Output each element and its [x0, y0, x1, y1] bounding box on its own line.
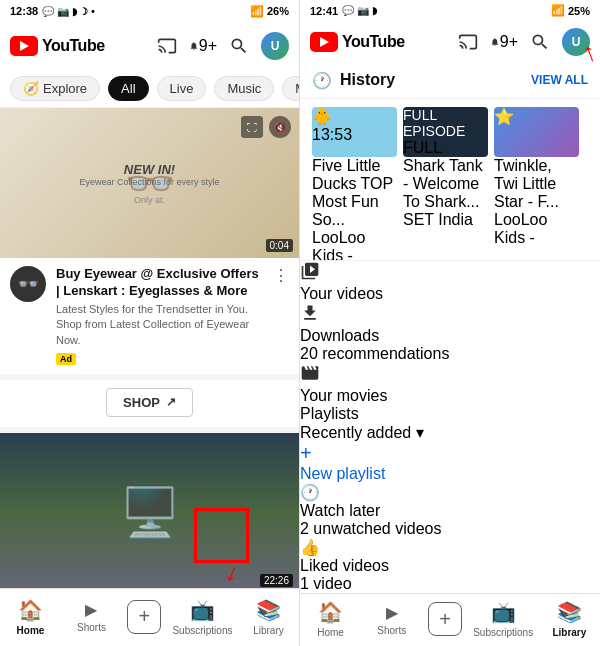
library-label: Library [253, 625, 284, 636]
second-video-duration: 22:26 [260, 574, 293, 587]
history-thumb-1[interactable]: 🐥 13:53 [312, 107, 397, 157]
right-nav-library[interactable]: 📚 Library [544, 600, 594, 638]
ad-sub-text: Eyewear Collections for every style [79, 177, 219, 187]
new-playlist-title: New playlist [300, 465, 600, 483]
recently-added-label: Recently added [300, 424, 411, 441]
ad-new-in: NEW IN! [79, 162, 219, 177]
left-nav-home[interactable]: 🏠 Home [5, 598, 55, 636]
right-notif-badge: 9+ [500, 33, 518, 51]
ad-avatar: 👓 [10, 266, 46, 302]
red-circle-annotation [194, 508, 249, 563]
library-icon: 📚 [256, 598, 281, 622]
right-home-label: Home [317, 627, 344, 638]
left-yt-icon [10, 36, 38, 56]
right-subscriptions-icon: 📺 [491, 600, 516, 624]
right-nav-shorts[interactable]: ▶ Shorts [367, 603, 417, 636]
chip-explore[interactable]: 🧭 Explore [10, 76, 100, 101]
history-thumbnails[interactable]: 🐥 13:53 Five Little Ducks TOP Most Fun S… [300, 99, 600, 261]
ad-card: 👓 Buy Eyewear @ Exclusive Offers | Lensk… [0, 258, 299, 380]
left-status-bar: 12:38 💬 📷 ◗ ☽ • 📶 26% [0, 0, 299, 22]
history-thumb-3[interactable]: ⭐ [494, 107, 579, 157]
left-youtube-logo: YouTube [10, 36, 105, 56]
left-nav-shorts[interactable]: ▶ Shorts [66, 600, 116, 633]
left-panel: 12:38 💬 📷 ◗ ☽ • 📶 26% YouTube 9+ [0, 0, 300, 646]
left-notif-icons: 💬 📷 ◗ ☽ • [42, 6, 95, 17]
second-video-content: 🖥️ [0, 433, 299, 588]
new-playlist-item[interactable]: + New playlist [300, 442, 600, 483]
left-nav-create[interactable]: + [127, 600, 161, 634]
search-button[interactable] [225, 32, 253, 60]
downloads-sub: 20 recommendations [300, 345, 600, 363]
right-bottom-nav: 🏠 Home ▶ Shorts + 📺 Subscriptions 📚 Libr… [300, 593, 600, 646]
left-video-feed[interactable]: NEW IN! Eyewear Collections for every st… [0, 108, 299, 588]
notifications-button[interactable]: 9+ [189, 32, 217, 60]
downloads-item[interactable]: Downloads 20 recommendations [300, 303, 600, 363]
video-thumbnail-image: 🖥️ [120, 485, 180, 541]
cast-button[interactable] [153, 32, 181, 60]
shorts-label: Shorts [77, 622, 106, 633]
ad-brand: Only at. [79, 195, 219, 205]
playlists-title: Playlists [300, 405, 359, 422]
watch-later-item[interactable]: 🕐 Watch later 2 unwatched videos [300, 483, 600, 538]
chip-live[interactable]: Live [157, 76, 207, 101]
watch-later-title: Watch later [300, 502, 600, 520]
left-battery: 26% [267, 5, 289, 17]
right-notif-icons: 💬 📷 ◗ [342, 5, 377, 16]
mute-button[interactable]: 🔇 [269, 116, 291, 138]
left-yt-text: YouTube [42, 37, 105, 55]
right-subscriptions-label: Subscriptions [473, 627, 533, 638]
your-movies-item[interactable]: Your movies [300, 363, 600, 405]
watch-later-sub: 2 unwatched videos [300, 520, 600, 538]
right-time: 12:41 [310, 5, 338, 17]
right-home-icon: 🏠 [318, 600, 343, 624]
expand-button[interactable]: ⛶ [241, 116, 263, 138]
history-channel-2: SET India [403, 211, 488, 229]
right-nav-subscriptions[interactable]: 📺 Subscriptions [473, 600, 533, 638]
full-ep-badge: FULL EPISODE [403, 139, 488, 157]
right-notifications-button[interactable]: 9+ [490, 28, 518, 56]
liked-videos-item[interactable]: 👍 Liked videos 1 video [300, 538, 600, 593]
right-panel: 12:41 💬 📷 ◗ 📶 25% YouTube 9+ [300, 0, 600, 646]
subscriptions-icon: 📺 [190, 598, 215, 622]
right-nav-create[interactable]: + [428, 602, 462, 636]
left-nav-subscriptions[interactable]: 📺 Subscriptions [172, 598, 232, 636]
liked-videos-icon: 👍 [300, 538, 600, 557]
your-videos-item[interactable]: Your videos [300, 261, 600, 303]
shop-btn-row: SHOP ↗ [0, 380, 299, 433]
history-channel-1: LooLoo Kids - Nursery... [312, 229, 397, 261]
right-shorts-icon: ▶ [386, 603, 398, 622]
right-yt-text: YouTube [342, 33, 405, 51]
second-video-thumb[interactable]: 🖥️ ↓ 22:26 [0, 433, 299, 588]
history-video-3[interactable]: ⭐ Twinkle, Twi Little Star - F... LooLoo… [494, 107, 579, 252]
right-cast-button[interactable] [454, 28, 482, 56]
ad-description: Latest Styles for the Trendsetter in You… [56, 302, 263, 348]
right-search-button[interactable] [526, 28, 554, 56]
history-thumb-2-image: FULL EPISODE [403, 107, 488, 139]
history-video-2[interactable]: FULL EPISODE FULL EPISODE 43:14 Shark Ta… [403, 107, 488, 252]
shop-button[interactable]: SHOP ↗ [106, 388, 193, 417]
external-link-icon: ↗ [166, 395, 176, 409]
history-clock-icon: 🕐 [312, 71, 332, 90]
view-all-button[interactable]: VIEW ALL [531, 73, 588, 87]
history-title-1: Five Little Ducks TOP Most Fun So... [312, 157, 397, 229]
left-nav-library[interactable]: 📚 Library [243, 598, 293, 636]
right-status-bar: 12:41 💬 📷 ◗ 📶 25% [300, 0, 600, 21]
history-video-1[interactable]: 🐥 13:53 Five Little Ducks TOP Most Fun S… [312, 107, 397, 252]
ad-title: Buy Eyewear @ Exclusive Offers | Lenskar… [56, 266, 263, 300]
left-avatar[interactable]: U [261, 32, 289, 60]
chip-music[interactable]: Music [214, 76, 274, 101]
watch-later-icon: 🕐 [300, 483, 600, 502]
history-title-3: Twinkle, Twi Little Star - F... [494, 157, 579, 211]
liked-videos-sub: 1 video [300, 575, 600, 593]
more-options-button[interactable]: ⋮ [273, 266, 289, 285]
chip-all[interactable]: All [108, 76, 148, 101]
left-wifi-icon: 📶 [250, 5, 264, 18]
history-title: History [340, 71, 395, 89]
chip-mixes[interactable]: Mixes [282, 76, 299, 101]
right-nav-home[interactable]: 🏠 Home [306, 600, 356, 638]
ad-banner[interactable]: NEW IN! Eyewear Collections for every st… [0, 108, 299, 258]
history-thumb-2[interactable]: FULL EPISODE FULL EPISODE 43:14 [403, 107, 488, 157]
second-video-card[interactable]: 🖥️ ↓ 22:26 [0, 433, 299, 588]
home-icon: 🏠 [18, 598, 43, 622]
recently-added-dropdown[interactable]: Recently added ▾ [300, 423, 600, 442]
